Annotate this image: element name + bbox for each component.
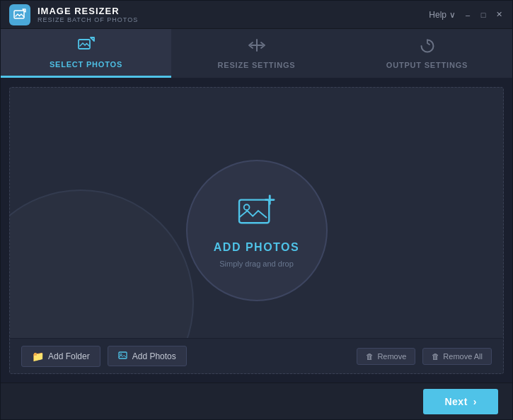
close-button[interactable]: ✕ [494, 10, 504, 20]
add-folder-button[interactable]: 📁 Add Folder [21, 346, 100, 367]
app-title-block: IMAGE RESIZER RESIZE BATCH OF PHOTOS [38, 6, 138, 23]
resize-settings-icon [248, 37, 266, 57]
remove-icon: 🗑 [366, 352, 374, 361]
add-photos-circle[interactable]: ADD PHOTOS Simply drag and drop [186, 160, 328, 301]
chevron-right-icon: › [473, 396, 477, 407]
bottom-toolbar: 📁 Add Folder Add Photos 🗑 Remove [10, 338, 503, 373]
add-photos-sublabel: Simply drag and drop [219, 259, 294, 268]
tab-select-photos[interactable]: SELECT PHOTOS [1, 29, 171, 78]
footer-bar: Next › [1, 383, 512, 419]
restore-button[interactable]: □ [478, 10, 488, 20]
add-photos-button[interactable]: Add Photos [108, 346, 187, 366]
folder-icon: 📁 [32, 351, 44, 362]
minimize-button[interactable]: – [463, 10, 473, 20]
app-title: IMAGE RESIZER [38, 6, 138, 16]
add-photos-label: ADD PHOTOS [214, 241, 299, 254]
app-logo [9, 4, 30, 25]
tab-select-photos-label: SELECT PHOTOS [50, 60, 122, 69]
tab-output-settings-label: OUTPUT SETTINGS [386, 61, 468, 69]
titlebar-left: IMAGE RESIZER RESIZE BATCH OF PHOTOS [9, 4, 138, 25]
help-button[interactable]: Help ∨ [429, 10, 456, 20]
titlebar: IMAGE RESIZER RESIZE BATCH OF PHOTOS Hel… [1, 1, 512, 29]
photo-icon [118, 351, 128, 361]
tab-output-settings[interactable]: OUTPUT SETTINGS [342, 29, 512, 78]
window-controls: – □ ✕ [463, 10, 504, 20]
titlebar-right: Help ∨ – □ ✕ [429, 10, 504, 20]
add-photos-icon [236, 193, 278, 233]
output-settings-icon [418, 37, 437, 57]
svg-rect-2 [239, 200, 269, 223]
svg-point-3 [243, 204, 249, 210]
select-photos-icon [77, 37, 96, 56]
tabbar: SELECT PHOTOS RESIZE SETTINGS OUTPUT SET… [1, 29, 512, 78]
app-window: IMAGE RESIZER RESIZE BATCH OF PHOTOS Hel… [0, 0, 513, 420]
next-button[interactable]: Next › [423, 389, 498, 414]
main-content-area[interactable]: ADD PHOTOS Simply drag and drop 📁 Add Fo… [9, 87, 504, 374]
remove-button[interactable]: 🗑 Remove [357, 348, 415, 365]
remove-all-button[interactable]: 🗑 Remove All [422, 348, 492, 365]
svg-rect-0 [14, 11, 24, 18]
tab-resize-settings[interactable]: RESIZE SETTINGS [171, 29, 342, 78]
tab-resize-settings-label: RESIZE SETTINGS [218, 61, 296, 69]
remove-all-icon: 🗑 [432, 352, 439, 361]
app-subtitle: RESIZE BATCH OF PHOTOS [38, 16, 138, 23]
